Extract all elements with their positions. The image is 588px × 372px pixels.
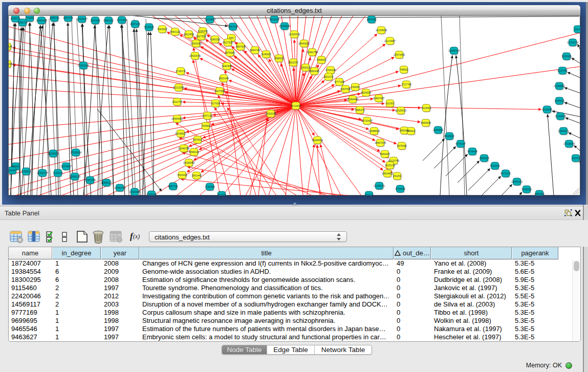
svg-text:9527506: 9527506	[196, 35, 206, 38]
svg-text:12923488: 12923488	[129, 190, 140, 193]
svg-text:12342737: 12342737	[37, 171, 48, 174]
svg-text:16961758: 16961758	[307, 51, 318, 54]
svg-text:8990448: 8990448	[309, 70, 319, 73]
svg-text:952275: 952275	[217, 193, 226, 195]
svg-text:9857791: 9857791	[168, 185, 178, 188]
svg-text:10807487: 10807487	[373, 97, 384, 100]
svg-text:2935514: 2935514	[479, 157, 489, 160]
svg-text:8186328: 8186328	[210, 38, 220, 41]
svg-text:7515526: 7515526	[144, 26, 154, 29]
svg-text:8471676: 8471676	[500, 172, 511, 175]
svg-text:9660124: 9660124	[170, 30, 180, 33]
svg-text:7857224: 7857224	[228, 25, 238, 28]
svg-text:1621072: 1621072	[323, 75, 334, 78]
svg-text:17359924: 17359924	[70, 151, 81, 154]
svg-text:2035571: 2035571	[10, 17, 20, 20]
svg-text:19384554: 19384554	[312, 139, 323, 142]
svg-text:917006: 917006	[211, 102, 220, 105]
svg-text:2803144: 2803144	[219, 77, 229, 80]
svg-text:23420046: 23420046	[189, 54, 201, 57]
svg-text:3824554: 3824554	[361, 91, 371, 94]
svg-text:753594: 753594	[202, 124, 210, 127]
svg-text:18640910: 18640910	[298, 42, 310, 45]
svg-text:11124: 11124	[574, 28, 580, 31]
svg-text:16782759: 16782759	[114, 186, 125, 189]
svg-text:985061: 985061	[12, 165, 20, 168]
svg-text:8938923: 8938923	[444, 135, 454, 138]
svg-text:12213369: 12213369	[173, 86, 184, 89]
svg-text:16648784: 16648784	[448, 49, 460, 52]
svg-text:8215958: 8215958	[542, 108, 552, 111]
svg-text:7632621: 7632621	[490, 164, 500, 167]
svg-text:2718176: 2718176	[176, 70, 186, 73]
svg-text:10958127: 10958127	[101, 181, 112, 184]
svg-text:9242845: 9242845	[222, 64, 232, 68]
svg-text:17957255: 17957255	[84, 179, 96, 182]
svg-text:19654983: 19654983	[171, 117, 183, 120]
svg-text:10120746: 10120746	[388, 159, 399, 162]
svg-text:1362615: 1362615	[300, 66, 311, 69]
svg-text:9850662: 9850662	[534, 192, 545, 195]
svg-text:1975692: 1975692	[397, 144, 407, 147]
svg-text:15751074: 15751074	[567, 41, 578, 44]
svg-text:1244415: 1244415	[554, 99, 564, 102]
svg-text:1667135: 1667135	[130, 23, 140, 26]
svg-text:20691406: 20691406	[36, 19, 47, 22]
svg-text:1527602: 1527602	[90, 19, 100, 22]
svg-text:1588520: 1588520	[274, 57, 284, 60]
svg-text:10654112: 10654112	[511, 180, 522, 183]
svg-text:2342004: 2342004	[9, 62, 12, 65]
svg-text:9474444: 9474444	[467, 150, 477, 153]
svg-text:18724007: 18724007	[290, 104, 301, 107]
svg-text:546: 546	[229, 36, 234, 39]
svg-text:14099489: 14099489	[183, 161, 194, 164]
svg-text:15692971: 15692971	[558, 129, 569, 133]
svg-text:8498222: 8498222	[189, 150, 199, 154]
svg-text:7955812: 7955812	[316, 58, 326, 61]
svg-text:1727764: 1727764	[401, 83, 411, 86]
svg-text:17016504: 17016504	[563, 142, 575, 145]
svg-text:10973493: 10973493	[394, 53, 405, 56]
svg-text:2226055: 2226055	[198, 30, 208, 33]
svg-text:10975887: 10975887	[60, 165, 72, 168]
svg-text:748500: 748500	[400, 68, 408, 71]
svg-text:884923: 884923	[407, 129, 416, 133]
svg-text:9699695: 9699695	[421, 121, 431, 124]
svg-text:1691440: 1691440	[191, 174, 202, 177]
svg-text:8427552: 8427552	[214, 90, 225, 93]
svg-text:1615132: 1615132	[385, 164, 395, 167]
svg-text:6794028: 6794028	[325, 69, 336, 72]
svg-text:1005713: 1005713	[49, 16, 59, 19]
svg-text:1654338: 1654338	[9, 45, 12, 48]
svg-text:9115460: 9115460	[421, 106, 431, 110]
svg-text:12093852: 12093852	[554, 84, 565, 87]
svg-text:1141519: 1141519	[53, 171, 62, 174]
svg-text:9227342: 9227342	[557, 69, 568, 72]
svg-text:6479197: 6479197	[455, 142, 466, 145]
svg-text:9146821: 9146821	[261, 53, 271, 56]
svg-text:12905135: 12905135	[69, 175, 80, 178]
svg-text:9245652: 9245652	[521, 188, 532, 191]
svg-text:1257378: 1257378	[63, 16, 73, 19]
svg-text:9055714: 9055714	[17, 21, 28, 24]
svg-text:19524861: 19524861	[382, 172, 393, 175]
svg-text:3267130: 3267130	[202, 114, 212, 117]
svg-text:9527505: 9527505	[223, 41, 233, 44]
svg-text:16154838: 16154838	[376, 29, 387, 32]
svg-text:1640954: 1640954	[433, 128, 443, 132]
svg-text:839214: 839214	[365, 193, 374, 195]
svg-text:1156829: 1156829	[21, 170, 31, 173]
svg-text:8454749: 8454749	[250, 49, 260, 52]
svg-text:62160: 62160	[386, 102, 394, 105]
svg-text:9329966: 9329966	[561, 55, 572, 58]
svg-text:2005334: 2005334	[146, 193, 157, 195]
svg-text:(x): (x)	[133, 233, 140, 240]
svg-text:2887682: 2887682	[366, 18, 377, 21]
svg-text:8813014: 8813014	[269, 18, 279, 21]
svg-text:9084067: 9084067	[380, 152, 390, 156]
svg-text:18807249: 18807249	[375, 141, 386, 144]
svg-text:20364486: 20364486	[347, 98, 358, 101]
svg-text:1610755: 1610755	[172, 100, 182, 103]
svg-text:391547: 391547	[9, 169, 17, 172]
svg-text:20206576: 20206576	[48, 152, 59, 155]
